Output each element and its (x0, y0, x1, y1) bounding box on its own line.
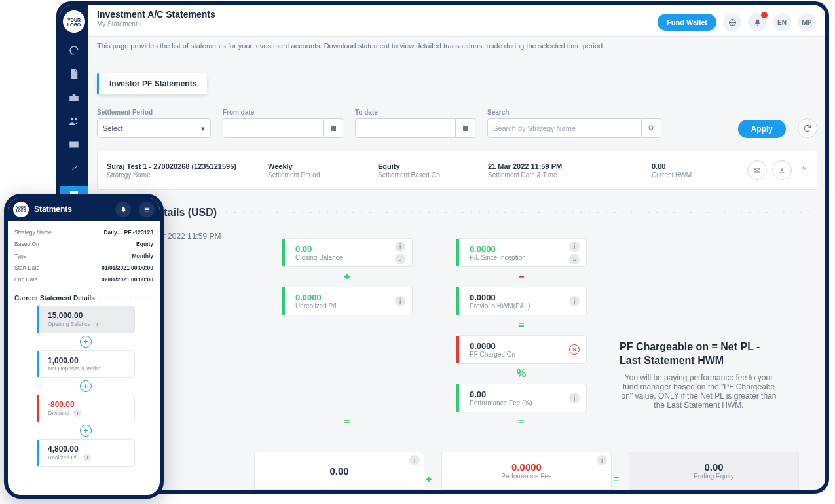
info-strip: This page provides the list of statement… (97, 42, 816, 50)
calendar-icon[interactable] (456, 118, 475, 138)
document-icon[interactable] (68, 68, 80, 80)
bell-icon[interactable] (748, 13, 766, 31)
card-performance-fee-pct: 0.00Performance Fee (%) i (456, 384, 587, 412)
plus-icon: + (80, 336, 92, 348)
fund-wallet-button[interactable]: Fund Wallet (658, 14, 716, 31)
briefcase-icon[interactable] (68, 92, 80, 103)
card-dividend: -800.00Dividend i (37, 395, 135, 422)
chevron-down-icon[interactable]: ⌄ (569, 254, 580, 264)
notification-badge (761, 12, 768, 18)
mobile-meta: Strategy NameDaily… PF -123123 Based OnE… (8, 221, 160, 291)
mobile-section-title: Current Statement Details· · · · · · · ·… (8, 291, 160, 303)
info-icon[interactable]: i (395, 242, 405, 252)
chevron-down-icon: ▾ (201, 124, 205, 133)
lower-card-performance-fee: i 0.0000 Performance Fee = (441, 452, 612, 490)
menu-icon[interactable] (139, 202, 155, 217)
mail-icon[interactable] (747, 160, 767, 180)
chevron-up-icon[interactable]: ⌃ (800, 165, 807, 175)
page-header: Investment A/C Statements My Statement› … (88, 5, 825, 37)
equals-icon: = (340, 415, 354, 429)
equals-icon: = (514, 318, 529, 333)
info-icon[interactable]: i (569, 242, 580, 252)
explain-panel: PF Chargeable on = Net PL - Last Stateme… (617, 336, 781, 432)
info-icon[interactable]: i (83, 454, 91, 461)
lower-card-a: i 0.00 + (254, 452, 424, 490)
settlement-period-select[interactable]: Select ▾ (97, 118, 211, 138)
refresh-icon[interactable] (798, 118, 817, 138)
avatar[interactable]: MP (798, 13, 816, 31)
mobile-frame: YOUR LOGO Statments Strategy NameDaily… … (4, 194, 164, 499)
search-label: Search (487, 109, 661, 116)
bell-icon[interactable] (115, 202, 131, 217)
info-icon[interactable]: i (73, 409, 81, 417)
download-icon[interactable] (772, 160, 792, 180)
percent-icon: % (514, 367, 529, 381)
search-icon[interactable] (642, 118, 661, 138)
plus-icon: + (340, 270, 354, 284)
from-date-input[interactable] (223, 118, 324, 138)
breadcrumb[interactable]: My Statement› (97, 20, 215, 27)
svg-point-1 (649, 126, 653, 130)
equals-icon: = (514, 415, 529, 429)
card-unrealized-pl: 0.0000Unrealized P/L i (282, 287, 413, 315)
card-pl-since-inception: 0.0000P/L Since Inception i⌄ (456, 238, 587, 267)
info-icon[interactable]: i (569, 296, 580, 306)
plus-icon: + (80, 425, 92, 437)
mobile-cards: 15,000.00Opening Balancei + 1,000.00Net … (8, 303, 160, 467)
page-title: Investment A/C Statements (97, 9, 215, 20)
statement-row: Suraj Test 1 - 270020268 (1235121595) St… (97, 151, 817, 190)
column-hwm: 0.0000P/L Since Inception i⌄ − 0.0000Pre… (443, 238, 600, 432)
info-icon[interactable]: i (597, 455, 607, 465)
close-icon[interactable]: ✕ (569, 344, 580, 355)
settlement-period-label: Settlement Period (97, 109, 211, 116)
apply-button[interactable]: Apply (738, 120, 786, 138)
card-opening-balance: 15,000.00Opening Balancei (37, 306, 135, 333)
column-closing: 0.00Closing Balance i⌄ + 0.0000Unrealize… (269, 238, 426, 432)
info-icon[interactable]: i (93, 320, 101, 328)
info-icon[interactable]: i (409, 455, 420, 465)
brand-logo: YOUR LOGO (63, 10, 85, 33)
globe-icon[interactable] (723, 13, 741, 31)
to-date-input[interactable] (355, 118, 456, 138)
desktop-frame: YOUR LOGO Investment A/C Statements My S… (56, 1, 829, 494)
card-closing-balance: 0.00Closing Balance i⌄ (282, 238, 413, 267)
row-strategy-name: Suraj Test 1 - 270020268 (1235121595) (107, 162, 268, 170)
card-realized-pl: 4,800.00Realized P/L i (37, 439, 135, 467)
plus-icon: + (422, 472, 436, 485)
card-icon[interactable] (68, 139, 80, 151)
equals-icon: = (610, 472, 623, 485)
card-pf-charged-on: 0.0000PF Charged On ✕ (456, 335, 587, 364)
to-date-label: To date (355, 109, 475, 116)
language-pill[interactable]: EN (773, 13, 791, 31)
filter-bar: Settlement Period Select ▾ From date To … (97, 109, 817, 138)
info-icon[interactable]: i (569, 393, 580, 403)
gauge-icon[interactable] (68, 45, 80, 56)
search-input[interactable]: Search by Strategy Name (487, 118, 642, 138)
card-net-deposits: 1,000.00Net Deposits & Withd… (37, 350, 135, 378)
from-date-label: From date (223, 109, 343, 116)
lower-cards: i 0.00 + i 0.0000 Performance Fee = 0.00… (97, 452, 817, 490)
plus-icon: + (80, 380, 92, 392)
mobile-header: YOUR LOGO Statments (8, 198, 160, 221)
lower-card-ending-equity: 0.00 Ending Equity (629, 452, 799, 490)
card-previous-hwm: 0.0000Previous HWM(P&L) i (456, 287, 587, 315)
tab-investor-pf[interactable]: Investor PF Statements (97, 73, 207, 94)
details-title: Statement Details (USD) · · · · · · · · … (97, 207, 817, 230)
calendar-icon[interactable] (324, 118, 343, 138)
info-icon[interactable]: i (395, 296, 405, 306)
mobile-title: Statments (34, 205, 107, 214)
brand-logo: YOUR LOGO (13, 202, 29, 217)
chevron-right-icon: › (140, 20, 142, 27)
statement-details: Statement Details (USD) · · · · · · · · … (97, 199, 817, 490)
chevron-down-icon[interactable]: ⌄ (395, 254, 405, 264)
users-icon[interactable] (68, 115, 80, 127)
minus-icon: − (514, 270, 529, 284)
chart-icon[interactable] (68, 162, 80, 174)
